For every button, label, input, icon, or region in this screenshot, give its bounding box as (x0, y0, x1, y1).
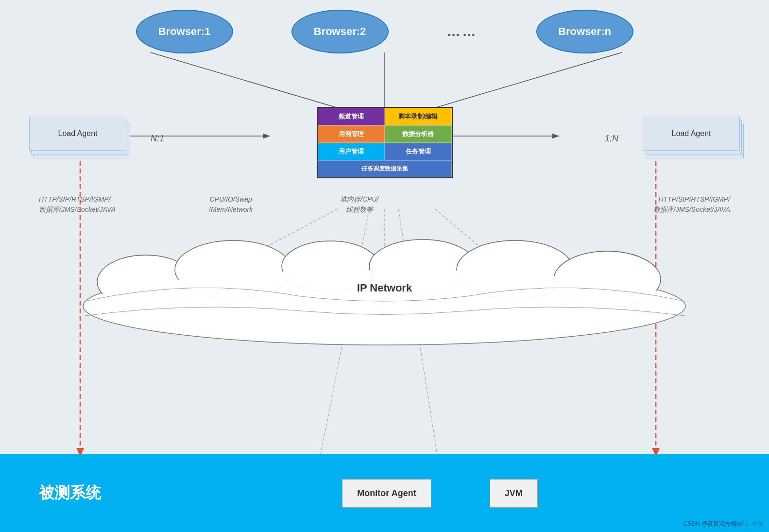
load-agent-left-front: Load Agent (29, 117, 126, 151)
cell-user-mgmt: 用户管理 (318, 143, 385, 160)
protocol-left-label: HTTP/SIP/RTSP/IGMP/数据库/JMS/Socket/JAVA (39, 194, 116, 215)
svg-point-22 (85, 270, 683, 343)
cpu-center-left-label: CPU/IO/Swap/Mem/Network (209, 194, 253, 215)
svg-point-21 (554, 251, 661, 308)
cell-task-mgmt: 任务管理 (385, 143, 452, 160)
center-controller-box: 频道管理 脚本录制/编辑 用例管理 数据分析器 用户管理 任务管理 任务调度数据… (317, 107, 453, 178)
svg-line-2 (435, 52, 622, 108)
browser2-ellipse: Browser:2 (291, 10, 389, 53)
load-agent-right-label: Load Agent (672, 129, 711, 138)
load-agent-right-front: Load Agent (643, 117, 740, 151)
browsers-row: Browser:1 Browser:2 …… Browser:n (0, 10, 769, 53)
svg-line-13 (398, 209, 437, 454)
cpu-center-right-label: 堆内存/CPU/线程数等 (340, 194, 378, 215)
svg-point-17 (175, 240, 291, 299)
cell-data-analyzer: 数据分析器 (385, 125, 452, 143)
svg-line-5 (219, 209, 338, 272)
load-agent-right-container: Load Agent (643, 117, 740, 155)
cell-usecase-mgmt: 用例管理 (318, 125, 385, 143)
load-agent-right-stack: Load Agent (643, 117, 740, 155)
jvm-box: JVM (490, 479, 538, 508)
load-agent-left-label: Load Agent (58, 129, 98, 138)
svg-point-20 (457, 240, 573, 299)
svg-point-15 (83, 267, 685, 345)
svg-line-12 (321, 209, 369, 454)
ratio-1n-label: 1:N (605, 134, 618, 144)
browser3-label: Browser:n (558, 25, 611, 38)
browser2-label: Browser:2 (314, 25, 366, 38)
protocol-right-label: HTTP/SIP/RTSP/IGMP/数据库/JMS/Socket/JAVA (653, 194, 730, 215)
svg-line-0 (151, 52, 338, 108)
watermark: CSDN @夜夜流光相皎洁_小宁 (684, 520, 763, 528)
cell-task-schedule: 任务调度数据采集 (318, 160, 452, 177)
browser3-ellipse: Browser:n (536, 10, 633, 53)
bottom-bar: 被测系统 Monitor Agent JVM (0, 454, 769, 532)
cell-channel-mgmt: 频道管理 (318, 108, 385, 125)
browser1-ellipse: Browser:1 (136, 10, 233, 53)
system-label: 被测系统 (39, 482, 101, 504)
dots-separator: …… (447, 24, 478, 39)
load-agent-left-stack: Load Agent (29, 117, 126, 155)
load-agent-left-container: Load Agent (29, 117, 126, 155)
browser1-label: Browser:1 (158, 25, 211, 38)
svg-line-7 (435, 209, 510, 272)
svg-point-16 (97, 255, 194, 309)
monitor-agent-box: Monitor Agent (342, 479, 431, 508)
cell-script-record: 脚本录制/编辑 (385, 108, 452, 125)
ratio-n1-label: N:1 (151, 134, 164, 144)
ip-network-label: IP Network (357, 282, 412, 294)
